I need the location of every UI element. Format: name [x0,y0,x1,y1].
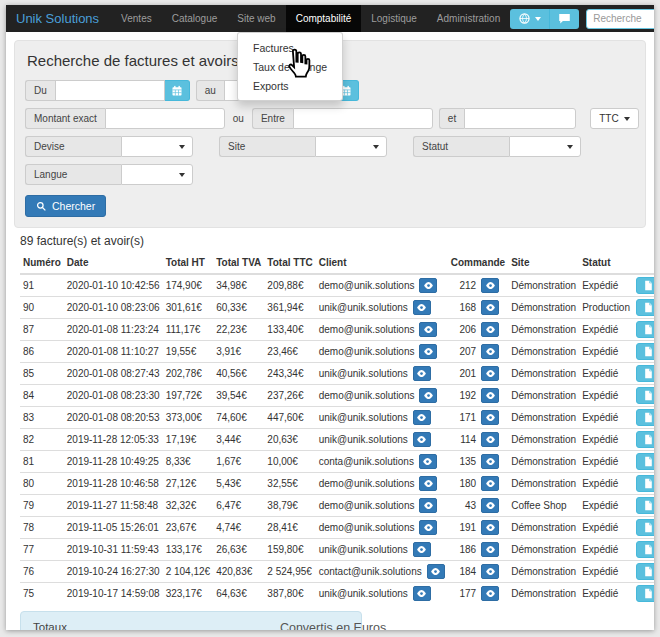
cell-total-ttc: 23,46€ [264,341,315,363]
facture-button[interactable]: Facture [636,387,654,404]
cell-date: 2020-01-08 08:27:43 [64,363,163,385]
view-order-button[interactable] [481,586,499,601]
view-order-button[interactable] [481,322,499,337]
commande-number: 212 [459,280,476,291]
brand[interactable]: Unik Solutions [6,5,111,32]
exact-amount-input[interactable] [105,108,225,129]
facture-button[interactable]: Facture [636,321,654,338]
cell-date: 2019-10-17 14:59:08 [64,583,163,605]
search-input[interactable] [586,9,654,29]
view-order-button[interactable] [481,564,499,579]
view-client-button[interactable] [419,388,437,403]
view-client-button[interactable] [419,498,437,513]
date-from-calendar-button[interactable] [165,80,190,101]
facture-button[interactable]: Facture [636,431,654,448]
facture-button[interactable]: Facture [636,519,654,536]
view-order-button[interactable] [481,520,499,535]
cell-statut: Expédié [579,407,633,429]
view-order-button[interactable] [481,542,499,557]
view-order-button[interactable] [481,366,499,381]
messages-button[interactable] [549,9,579,29]
status-select[interactable] [509,136,581,157]
view-order-button[interactable] [481,454,499,469]
table-row: 84 2020-01-08 08:23:30 197,72€ 39,54€ 23… [20,385,654,407]
facture-button[interactable]: Facture [636,409,654,426]
cell-commande: 192 [448,385,508,407]
commande-number: 135 [459,456,476,467]
view-client-button[interactable] [427,564,445,579]
cell-total-tva: 26,63€ [213,539,264,561]
view-order-button[interactable] [481,300,499,315]
cell-site: Démonstration [508,363,579,385]
search-button[interactable]: Chercher [25,195,106,217]
eye-icon [485,369,496,378]
dropdown-item-factures[interactable]: Factures [238,38,342,57]
view-client-button[interactable] [419,476,437,491]
facture-button[interactable]: Facture [636,365,654,382]
nav-item-site-web[interactable]: Site web [227,5,285,32]
view-client-button[interactable] [413,432,431,447]
facture-button[interactable]: Facture [636,475,654,492]
view-order-button[interactable] [481,476,499,491]
nav-item-catalogue[interactable]: Catalogue [162,5,228,32]
facture-button[interactable]: Facture [636,299,654,316]
header-date: Date [64,254,163,274]
site-select[interactable] [315,136,387,157]
cell-action: Facture [633,583,654,605]
view-order-button[interactable] [481,388,499,403]
view-client-button[interactable] [419,278,437,293]
view-order-button[interactable] [481,344,499,359]
view-order-button[interactable] [481,498,499,513]
file-icon [644,544,653,555]
view-order-button[interactable] [481,278,499,293]
between-min-input[interactable] [293,108,433,129]
eye-icon [423,391,434,400]
facture-button[interactable]: Facture [636,541,654,558]
facture-button[interactable]: Facture [636,585,654,602]
currency-label: Devise [25,136,121,157]
cell-total-ht: 373,00€ [163,407,214,429]
eye-icon [423,281,434,290]
file-icon [644,390,653,401]
cell-total-tva: 5,43€ [213,473,264,495]
facture-button[interactable]: Facture [636,497,654,514]
cell-client: unik@unik.solutions [316,583,448,605]
nav-item-comptabilite[interactable]: Comptabilité [286,5,362,32]
between-max-input[interactable] [464,108,576,129]
view-client-button[interactable] [419,454,437,469]
nav-item-ventes[interactable]: Ventes [111,5,162,32]
ttc-dropdown-button[interactable]: TTC [590,108,638,129]
currency-select[interactable] [121,136,193,157]
dropdown-item-exports[interactable]: Exports [238,76,342,95]
dropdown-item-taux-de-change[interactable]: Taux de change [238,57,342,76]
cell-numero: 79 [20,495,64,517]
table-row: 76 2019-10-24 16:27:30 2 104,12€ 420,83€… [20,561,654,583]
amount-row: Montant exact ou Entre et TTC [25,108,635,129]
language-select[interactable] [121,164,193,185]
cell-total-ht: 202,78€ [163,363,214,385]
cell-numero: 84 [20,385,64,407]
nav-item-logistique[interactable]: Logistique [361,5,427,32]
view-client-button[interactable] [419,520,437,535]
view-order-button[interactable] [481,432,499,447]
facture-button[interactable]: Facture [636,563,654,580]
view-client-button[interactable] [413,366,431,381]
view-client-button[interactable] [413,542,431,557]
view-client-button[interactable] [413,586,431,601]
cell-commande: 177 [448,583,508,605]
language-button[interactable] [510,9,549,29]
facture-button[interactable]: Facture [636,277,654,294]
file-icon [644,368,653,379]
caret-down-icon [373,145,379,149]
view-order-button[interactable] [481,410,499,425]
date-from-input[interactable] [55,80,165,101]
facture-button[interactable]: Facture [636,343,654,360]
nav-item-administration[interactable]: Administration [427,5,510,32]
eye-icon [485,523,496,532]
view-client-button[interactable] [419,344,437,359]
view-client-button[interactable] [419,322,437,337]
facture-button[interactable]: Facture [636,453,654,470]
view-client-button[interactable] [413,410,431,425]
view-client-button[interactable] [413,300,431,315]
magnifier-icon [36,201,47,212]
